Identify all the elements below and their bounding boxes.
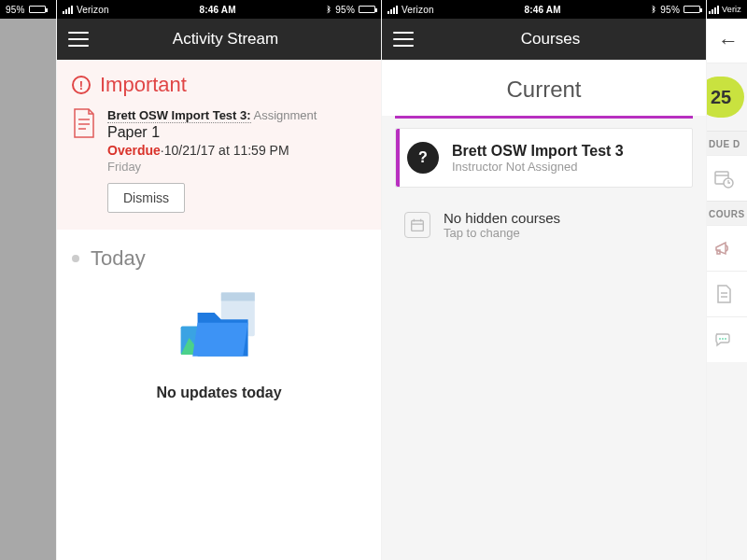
section-course-content: COURS (707, 201, 747, 225)
battery-percent: 95% (335, 5, 355, 15)
due-dates-row[interactable] (707, 155, 747, 201)
nav-bar: Courses (382, 19, 706, 60)
important-section: ! Important (57, 60, 381, 230)
tab-underline (395, 116, 693, 119)
carrier-label: Verizon (77, 5, 109, 15)
svg-point-18 (722, 338, 724, 340)
course-card[interactable]: ? Brett OSW Import Test 3 Instructor Not… (395, 128, 693, 188)
announcements-row[interactable] (707, 225, 747, 271)
page-title: Courses (406, 30, 695, 49)
content-row[interactable] (707, 271, 747, 316)
status-bar: Veriz (707, 0, 747, 19)
assignment-item[interactable]: Brett OSW Import Test 3: Assignment Pape… (72, 108, 366, 213)
clock: 8:46 AM (199, 5, 235, 15)
battery-icon (359, 6, 375, 13)
tab-current[interactable]: Current (382, 60, 706, 116)
phone-course-detail-sliver: Veriz ← 25 DUE D COURS (706, 0, 747, 560)
bullet-icon (72, 255, 79, 262)
hidden-subtitle: Tap to change (444, 226, 560, 240)
megaphone-icon (712, 237, 735, 259)
back-icon[interactable]: ← (718, 29, 739, 53)
assignment-icon (72, 108, 96, 138)
battery-icon (29, 6, 46, 13)
discussion-icon (712, 329, 735, 351)
svg-point-19 (725, 338, 726, 340)
battery-percent: 95% (6, 5, 25, 15)
due-day: Friday (107, 160, 366, 174)
signal-icon (63, 6, 73, 14)
svg-rect-7 (412, 221, 424, 231)
svg-rect-14 (717, 250, 720, 254)
page-title: Activity Stream (81, 30, 370, 49)
empty-state-text: No updates today (72, 385, 366, 401)
clock: 8:46 AM (524, 5, 560, 15)
phone-activity-stream: Verizon 8:46 AM 95% Activity Stream ! Im… (56, 0, 381, 560)
course-avatar: ? (407, 142, 439, 174)
assignment-title: Paper 1 (107, 124, 366, 141)
today-label: Today (91, 246, 146, 271)
bluetooth-icon (651, 5, 656, 14)
hidden-courses-row[interactable]: No hidden courses Tap to change (382, 197, 706, 253)
assignment-course: Brett OSW Import Test 3: (107, 108, 251, 123)
carrier-label: Verizon (402, 5, 434, 15)
svg-rect-4 (220, 292, 254, 301)
document-icon (712, 283, 735, 305)
phone-courses: Verizon 8:46 AM 95% Courses Current ? Br… (381, 0, 706, 560)
hidden-title: No hidden courses (444, 210, 560, 226)
alert-icon: ! (72, 76, 91, 94)
course-title: Brett OSW Import Test 3 (452, 143, 624, 160)
status-bar: Verizon 8:46 AM 95% (57, 0, 381, 19)
battery-percent: 95% (660, 5, 680, 15)
discussions-row[interactable] (707, 316, 747, 362)
battery-icon (684, 6, 700, 13)
due-date: 10/21/17 at 11:59 PM (164, 143, 289, 158)
course-subtitle: Instructor Not Assigned (452, 160, 624, 174)
status-bar: 95% (0, 0, 56, 19)
signal-icon (709, 6, 719, 14)
important-label: Important (100, 73, 187, 97)
today-section: Today No updates today (57, 230, 381, 418)
nav-bar: ← (707, 19, 747, 63)
bluetooth-icon (326, 5, 331, 14)
section-due-dates: DUE D (707, 131, 747, 155)
calendar-clock-icon (712, 167, 735, 189)
carrier-label: Veriz (722, 5, 741, 14)
assignment-type: Assignment (254, 108, 317, 122)
svg-point-17 (719, 338, 721, 340)
empty-state-illustration (72, 287, 366, 371)
signal-icon (388, 6, 398, 14)
nav-bar: Activity Stream (57, 19, 381, 60)
prev-phone-sliver: 95% (0, 0, 56, 560)
status-overdue: Overdue (107, 143, 161, 158)
grade-pill[interactable]: 25 (707, 77, 744, 118)
hidden-courses-icon (404, 212, 430, 238)
dismiss-button[interactable]: Dismiss (107, 183, 185, 213)
status-bar: Verizon 8:46 AM 95% (382, 0, 706, 19)
